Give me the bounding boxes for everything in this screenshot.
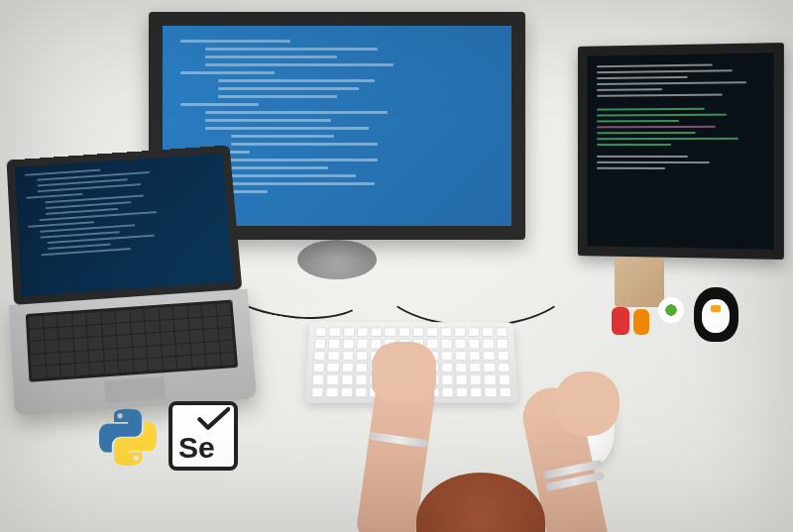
laptop-screen <box>15 154 234 297</box>
cable <box>377 228 575 327</box>
flower-toy <box>658 297 684 323</box>
laptop-keyboard <box>26 300 238 382</box>
laptop <box>2 145 258 416</box>
desk-toy <box>612 307 629 335</box>
python-logo-icon <box>99 408 157 466</box>
penguin-toy <box>694 287 738 342</box>
desk-toy <box>633 309 649 335</box>
tissue-box <box>615 258 664 307</box>
laptop-trackpad <box>104 376 167 403</box>
right-monitor <box>578 43 784 260</box>
laptop-screen-frame <box>6 145 242 304</box>
selenium-logo-text: Se <box>178 433 215 463</box>
laptop-base <box>9 288 257 415</box>
person-hand <box>372 342 436 401</box>
monitor-stand <box>297 240 377 279</box>
selenium-logo-icon: Se <box>169 401 238 471</box>
right-monitor-screen <box>587 53 773 249</box>
person-hand <box>555 372 620 436</box>
